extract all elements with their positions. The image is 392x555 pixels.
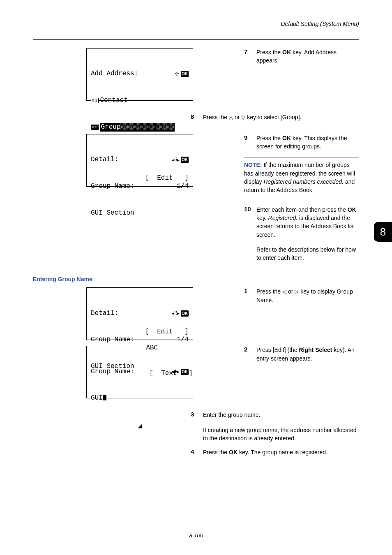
page-number: 8-165 bbox=[0, 532, 392, 539]
lcd3-title: Detail: bbox=[91, 309, 118, 318]
step-1-text: Press the ◁ or ▷ key to display Group Na… bbox=[256, 287, 359, 304]
step-number: 9 bbox=[244, 134, 256, 141]
step-2-text: Press [Edit] (the Right Select key). An … bbox=[256, 346, 359, 363]
lcd2-title: Detail: bbox=[91, 155, 118, 164]
step-4-text: Press the OK key. The group name is regi… bbox=[203, 448, 359, 456]
lcd1-title: Add Address: bbox=[91, 69, 138, 79]
left-triangle-icon: ◁ bbox=[282, 289, 286, 295]
lcd4-bottom: ABC [ Text ] bbox=[87, 326, 193, 395]
cursor-icon bbox=[103, 395, 106, 400]
step-number: 3 bbox=[191, 411, 203, 418]
header-rule bbox=[33, 39, 359, 40]
page-header: Default Setting (System Menu) bbox=[33, 21, 359, 27]
lcd1-item1: 0 1Contact bbox=[91, 96, 189, 105]
step-number: 10 bbox=[244, 206, 256, 213]
nav-ok-icon: ◂⠿▸OK bbox=[172, 310, 189, 317]
lcd1-item2-selected: 0 2Group░░░░░░░░░░░░░░░ bbox=[91, 123, 189, 132]
lcd2-edit-button: [ Edit ] bbox=[145, 174, 189, 183]
step-3-p2: If creating a new group name, the addres… bbox=[203, 426, 359, 443]
step-10-p2: Refer to the descriptions below for how … bbox=[256, 245, 359, 262]
step-9-text: Press the OK key. This displays the scre… bbox=[256, 134, 359, 151]
step-10-text: Enter each item and then press the OK ke… bbox=[256, 206, 359, 239]
lcd4-value: GUI bbox=[91, 394, 189, 403]
lcd-group-name-entry: Group Name: ◂✥▸OK GUI ABC [ Text ] bbox=[86, 346, 193, 398]
heading-group-name: Entering Group Name bbox=[33, 276, 359, 282]
down-triangle-icon: ▽ bbox=[241, 114, 245, 120]
note-label: NOTE: bbox=[244, 162, 262, 168]
step-7-text: Press the OK key. Add Address appears. bbox=[256, 48, 359, 65]
nav-ok-icon: ◂⠿▸OK bbox=[172, 157, 189, 163]
nav-ok-icon: ✢OK bbox=[175, 70, 189, 78]
step-3-text: Enter the group name. bbox=[203, 411, 359, 419]
lcd2-line2b: 1/4 bbox=[177, 182, 189, 191]
lcd2-line2a: Group Name: bbox=[91, 182, 134, 191]
step-number: 8 bbox=[191, 113, 203, 120]
step-number: 2 bbox=[244, 346, 256, 353]
lcd2-line3: GUI Section bbox=[91, 209, 189, 218]
step-number: 7 bbox=[244, 48, 256, 55]
right-triangle-icon: ▷ bbox=[295, 289, 299, 295]
lcd-detail-1: Detail: ◂⠿▸OK Group Name: 1/4 GUI Sectio… bbox=[86, 134, 193, 187]
step-number: 4 bbox=[191, 448, 203, 455]
step-number: 1 bbox=[244, 287, 256, 294]
lcd-add-address: Add Address: ✢OK 0 1Contact 0 2Group░░░░… bbox=[86, 48, 193, 101]
chapter-tab: 8 bbox=[374, 222, 392, 242]
up-triangle-icon: △ bbox=[229, 114, 233, 120]
signal-icon bbox=[91, 422, 189, 431]
step-8-text: Press the △ or ▽ key to select [Group]. bbox=[203, 113, 359, 122]
note-box: NOTE: If the maximum number of groups ha… bbox=[244, 157, 359, 198]
